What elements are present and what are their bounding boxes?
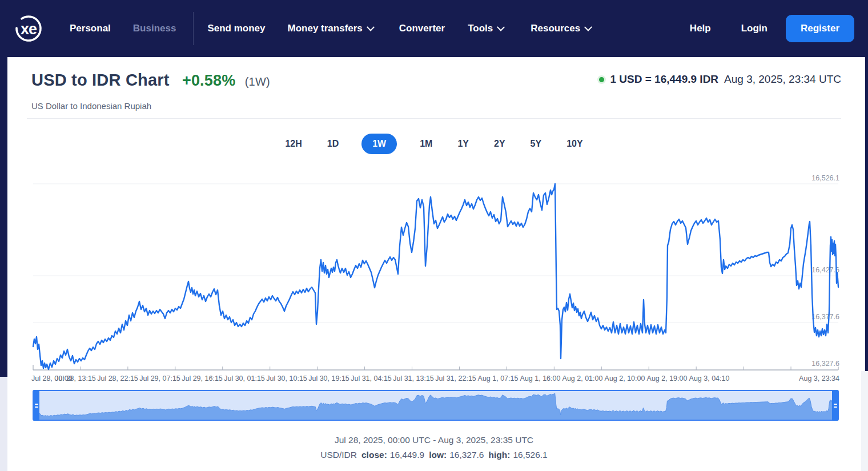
x-axis-tick-label: Jul 29, 07:15 (139, 375, 180, 383)
close-value: 16,449.9 (390, 450, 424, 460)
slider-handle-right[interactable] (832, 390, 838, 421)
left-background-strip (0, 57, 7, 377)
right-background-strip-lower (861, 371, 868, 471)
chart-range-slider[interactable] (33, 390, 839, 421)
nav-item-login[interactable]: Login (741, 23, 767, 34)
high-value: 16,526.1 (513, 450, 547, 460)
x-axis-tick-label: Aug 1, 07:15 (478, 375, 519, 383)
xe-logo-text: xe (21, 21, 37, 38)
register-button[interactable]: Register (786, 15, 854, 42)
high-label: high: (489, 450, 511, 460)
rate-line (33, 184, 838, 369)
x-axis-tick-label: Jul 28, 13:15 (55, 375, 96, 383)
x-axis-tick-label: Aug 3, 23:34 (799, 375, 839, 383)
x-axis-tick-label: Aug 2, 19:00 (647, 375, 688, 383)
left-background-strip-lower (0, 377, 7, 471)
x-axis-tick-label: Jul 30, 19:15 (308, 375, 349, 383)
pair-label: USD/IDR (320, 450, 357, 460)
nav-item-business[interactable]: Business (133, 23, 176, 34)
minimap-area-chart (34, 391, 838, 420)
nav-item-label: Resources (531, 23, 580, 34)
nav-item-tools[interactable]: Tools (468, 23, 504, 34)
x-axis-tick-label: Jul 29, 16:15 (182, 375, 223, 383)
rate-line-chart[interactable]: Jul 28, 00:00Jul 28, 13:15Jul 28, 22:15J… (0, 0, 868, 394)
x-axis-tick-label: Aug 2, 10:00 (605, 375, 645, 383)
nav-item-send-money[interactable]: Send money (207, 23, 265, 34)
slider-handle-left[interactable] (33, 390, 39, 421)
y-axis-tick-label: 16,526.1 (811, 174, 839, 182)
chart-date-range: Jul 28, 2025, 00:00 UTC - Aug 3, 2025, 2… (0, 435, 868, 445)
x-axis-tick-label: Jul 31, 13:15 (393, 375, 434, 383)
minimap-area (34, 393, 838, 420)
nav-item-label: Money transfers (288, 23, 363, 34)
page: xe Personal Business Send money Money tr… (0, 0, 868, 471)
nav-item-money-transfers[interactable]: Money transfers (288, 23, 373, 34)
x-axis-tick-label: Aug 2, 01:00 (562, 375, 603, 383)
nav-item-label: Tools (468, 23, 493, 34)
low-value: 16,327.6 (449, 450, 484, 460)
nav-item-resources[interactable]: Resources (531, 23, 591, 34)
top-navbar: xe Personal Business Send money Money tr… (0, 0, 868, 57)
x-axis-tick-label: Jul 31, 04:15 (351, 375, 392, 383)
y-axis-tick-label: 16,427.6 (811, 266, 839, 274)
chevron-down-icon (367, 23, 375, 31)
low-label: low: (429, 450, 447, 460)
chevron-down-icon (497, 23, 505, 31)
x-axis-tick-label: Jul 30, 01:15 (224, 375, 265, 383)
y-axis-tick-label: 16,377.6 (811, 313, 839, 321)
x-axis-tick-label: Jul 30, 10:15 (266, 375, 307, 383)
y-axis-tick-label: 16,327.6 (811, 360, 839, 368)
x-axis-tick-label: Aug 1, 16:00 (520, 375, 561, 383)
right-background-strip (865, 57, 868, 371)
xe-logo[interactable]: xe (11, 11, 46, 46)
x-axis-tick-label: Jul 31, 22:15 (435, 375, 476, 383)
nav-item-personal[interactable]: Personal (70, 23, 111, 34)
nav-item-help[interactable]: Help (690, 23, 711, 34)
x-axis-tick-label: Aug 3, 04:10 (689, 375, 730, 383)
chevron-down-icon (584, 23, 592, 31)
close-label: close: (361, 450, 387, 460)
x-axis-tick-label: Jul 28, 22:15 (97, 375, 138, 383)
nav-item-converter[interactable]: Converter (399, 23, 445, 34)
chart-stats: USD/IDRclose:16,449.9low:16,327.6high:16… (0, 450, 868, 460)
nav-divider (193, 12, 194, 45)
